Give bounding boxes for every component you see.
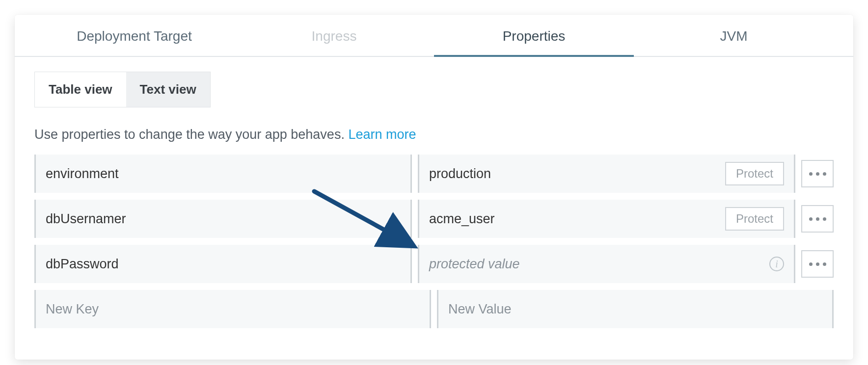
ellipsis-icon	[809, 172, 813, 176]
tab-deployment-target[interactable]: Deployment Target	[34, 15, 234, 56]
protect-button[interactable]: Protect	[725, 207, 784, 231]
property-value-input[interactable]: production Protect	[418, 155, 795, 193]
row-actions-button[interactable]	[801, 160, 834, 187]
row-actions-button[interactable]	[801, 250, 834, 278]
new-key-placeholder: New Key	[46, 302, 99, 317]
properties-panel: Deployment Target Ingress Properties JVM…	[15, 15, 853, 360]
new-value-placeholder: New Value	[448, 302, 512, 317]
tab-jvm[interactable]: JVM	[634, 15, 834, 56]
new-key-input[interactable]: New Key	[34, 290, 431, 328]
property-row: dbPassword protected value i	[34, 245, 834, 283]
properties-table: environment production Protect dbUsernam…	[34, 155, 834, 328]
property-value-input[interactable]: acme_user Protect	[418, 200, 795, 238]
property-key-text: dbUsernamer	[46, 211, 126, 227]
tab-strip: Deployment Target Ingress Properties JVM	[15, 15, 853, 57]
property-key-text: dbPassword	[46, 257, 119, 272]
ellipsis-icon	[809, 217, 813, 221]
tab-properties[interactable]: Properties	[434, 15, 634, 56]
view-toggle-text[interactable]: Text view	[126, 72, 210, 107]
ellipsis-icon	[809, 262, 813, 266]
row-actions-button[interactable]	[801, 205, 834, 233]
property-key-text: environment	[46, 166, 119, 182]
property-value-text: production	[429, 166, 491, 182]
property-key-input[interactable]: dbUsernamer	[34, 200, 412, 238]
properties-hint: Use properties to change the way your ap…	[34, 127, 834, 142]
learn-more-link[interactable]: Learn more	[348, 127, 416, 142]
property-key-input[interactable]: dbPassword	[34, 245, 412, 283]
property-value-text: acme_user	[429, 211, 495, 227]
protect-button[interactable]: Protect	[725, 162, 784, 185]
info-icon[interactable]: i	[769, 257, 784, 271]
property-row: environment production Protect	[34, 155, 834, 193]
view-toggle-table[interactable]: Table view	[35, 72, 126, 107]
property-row: dbUsernamer acme_user Protect	[34, 200, 834, 238]
property-key-input[interactable]: environment	[34, 155, 412, 193]
new-value-input[interactable]: New Value	[437, 290, 834, 328]
view-toggle: Table view Text view	[34, 72, 211, 107]
property-value-protected: protected value	[429, 257, 520, 272]
properties-hint-text: Use properties to change the way your ap…	[34, 127, 348, 142]
tab-ingress: Ingress	[234, 15, 434, 56]
property-new-row: New Key New Value	[34, 290, 834, 328]
property-value-input[interactable]: protected value i	[418, 245, 795, 283]
